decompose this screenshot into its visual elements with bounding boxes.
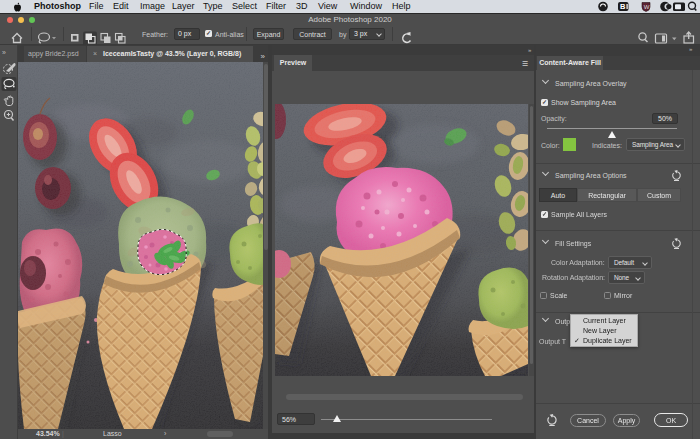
svg-text:W: W (644, 4, 650, 10)
svg-text:B: B (620, 2, 626, 11)
